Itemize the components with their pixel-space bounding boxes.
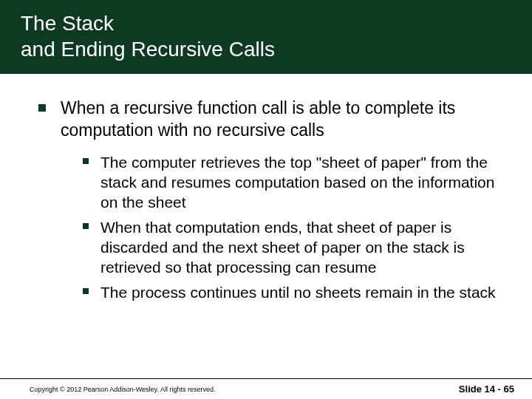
square-bullet-icon [83, 223, 89, 229]
sub-bullet-text: When that computation ends, that sheet o… [100, 217, 502, 278]
sub-bullet-text: The computer retrieves the top "sheet of… [100, 152, 502, 213]
slide-content: When a recursive function call is able t… [0, 74, 532, 302]
sub-bullet-row: When that computation ends, that sheet o… [83, 217, 502, 278]
sub-bullet-text: The process continues until no sheets re… [100, 282, 496, 302]
square-bullet-icon [83, 288, 89, 294]
sub-bullet-list: The computer retrieves the top "sheet of… [83, 152, 502, 302]
title-line-1: The Stack [21, 10, 517, 36]
square-bullet-icon [83, 158, 89, 164]
sub-bullet-row: The process continues until no sheets re… [83, 282, 502, 302]
main-bullet-text: When a recursive function call is able t… [61, 98, 502, 142]
main-bullet-row: When a recursive function call is able t… [38, 98, 502, 142]
square-bullet-icon [38, 104, 46, 112]
slide-footer: Copyright © 2012 Pearson Addison-Wesley.… [0, 378, 532, 399]
copyright-text: Copyright © 2012 Pearson Addison-Wesley.… [30, 386, 215, 393]
sub-bullet-row: The computer retrieves the top "sheet of… [83, 152, 502, 213]
title-line-2: and Ending Recursive Calls [21, 36, 517, 62]
slide-title-bar: The Stack and Ending Recursive Calls [0, 0, 532, 74]
slide-number: Slide 14 - 65 [459, 383, 514, 395]
